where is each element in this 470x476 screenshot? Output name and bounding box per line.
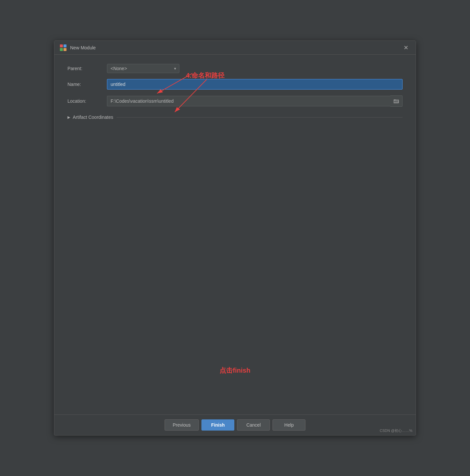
svg-rect-2: [60, 48, 63, 51]
previous-button[interactable]: Previous: [165, 419, 199, 431]
artifact-separator: [117, 117, 403, 118]
artifact-coords-arrow-icon: ▶: [67, 115, 70, 119]
name-control: [107, 79, 403, 90]
location-input-wrapper: [107, 95, 403, 107]
dialog-content: Parent: <None> ▼ Name:: [54, 55, 416, 414]
new-module-dialog: New Module ✕ Parent: <None> ▼: [54, 40, 416, 436]
click-finish-annotation: 点击finish: [220, 366, 250, 375]
svg-rect-0: [60, 44, 63, 47]
close-button[interactable]: ✕: [402, 44, 410, 51]
annotation-naming-label: 4.命名和路径: [186, 71, 224, 80]
svg-rect-1: [64, 44, 66, 47]
svg-rect-3: [64, 48, 66, 51]
csdn-watermark: CSDN @初心……%: [380, 428, 412, 433]
artifact-coords-label: Artifact Coordinates: [73, 115, 113, 120]
dialog-footer: Previous Finish Cancel Help: [54, 414, 416, 435]
name-label: Name:: [67, 82, 107, 87]
finish-button[interactable]: Finish: [201, 419, 234, 431]
annotation-svg: [54, 55, 416, 414]
dialog-titlebar: New Module ✕: [54, 41, 416, 55]
parent-control: <None> ▼: [107, 64, 403, 73]
name-input[interactable]: [107, 79, 403, 90]
dialog-overlay: New Module ✕ Parent: <None> ▼: [0, 0, 470, 476]
location-input[interactable]: [107, 96, 390, 106]
location-browse-button[interactable]: [390, 95, 403, 107]
parent-dropdown[interactable]: <None>: [107, 64, 179, 73]
artifact-coords-row[interactable]: ▶ Artifact Coordinates: [67, 113, 403, 122]
title-left: New Module: [60, 44, 96, 51]
parent-dropdown-wrapper: <None> ▼: [107, 64, 179, 73]
help-button[interactable]: Help: [273, 419, 305, 431]
cancel-button[interactable]: Cancel: [237, 419, 270, 431]
location-row: Location:: [67, 95, 403, 107]
name-row: Name:: [67, 79, 403, 90]
parent-label: Parent:: [67, 66, 107, 71]
location-label: Location:: [67, 98, 107, 104]
parent-row: Parent: <None> ▼: [67, 64, 403, 73]
folder-icon: [394, 99, 399, 103]
location-control: [107, 95, 403, 107]
dialog-title: New Module: [70, 45, 96, 50]
app-icon: [60, 44, 67, 51]
